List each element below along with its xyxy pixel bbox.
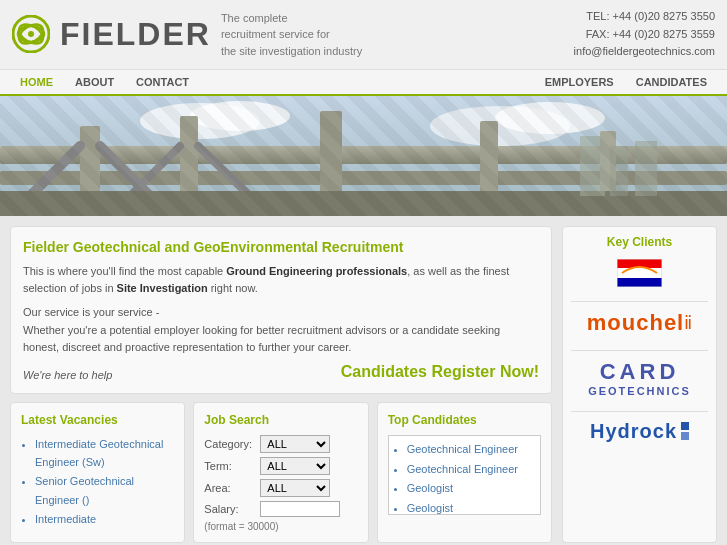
vacancy-list: Intermediate Geotechnical Engineer (Sw) …	[21, 435, 174, 528]
cta-row: We're here to help Candidates Register N…	[23, 363, 539, 381]
nav-candidates[interactable]: CANDIDATES	[626, 70, 717, 94]
client-divider-2	[571, 350, 708, 351]
nav-contact[interactable]: CONTACT	[126, 70, 199, 94]
area-label: Area:	[204, 482, 256, 494]
svg-point-4	[28, 31, 34, 37]
job-search-box: Job Search Category: ALL Term: ALL Area:	[193, 402, 368, 543]
client-divider-1	[571, 301, 708, 302]
hero-image	[0, 96, 727, 216]
sidebar: Key Clients mouchelⅱ CARD GEOTECHNICS	[562, 226, 717, 543]
logo-tagline: The complete recruitment service for the…	[221, 10, 362, 60]
client-card-geo[interactable]: CARD GEOTECHNICS	[571, 359, 708, 397]
client-hydrock[interactable]: Hydrock	[571, 420, 708, 443]
vacancies-title: Latest Vacancies	[21, 413, 174, 427]
email-text: info@fieldergeotechnics.com	[574, 43, 715, 61]
fax-text: FAX: +44 (0)20 8275 3559	[574, 26, 715, 44]
navigation: HOME ABOUT CONTACT EMPLOYERS CANDIDATES	[0, 70, 727, 96]
intro-text: This is where you'll find the most capab…	[23, 263, 539, 298]
nav-left: HOME ABOUT CONTACT	[10, 70, 199, 94]
content-left: Fielder Geotechnical and GeoEnvironmenta…	[10, 226, 552, 543]
mouchel-ii: ⅱ	[684, 312, 692, 334]
main-content: Fielder Geotechnical and GeoEnvironmenta…	[0, 216, 727, 545]
intro-para2: Our service is your service - Whether yo…	[23, 304, 539, 357]
vacancy-item[interactable]: Intermediate Geotechnical Engineer (Sw)	[35, 435, 174, 472]
candidate-scroll[interactable]: Geotechnical Engineer Geotechnical Engin…	[388, 435, 541, 515]
fielder-logo-icon	[12, 15, 50, 53]
term-select[interactable]: ALL	[260, 457, 330, 475]
search-row-term: Term: ALL	[204, 457, 357, 475]
sidebar-title: Key Clients	[571, 235, 708, 249]
salary-label: Salary:	[204, 503, 256, 515]
nav-about[interactable]: ABOUT	[65, 70, 124, 94]
hydrock-icon	[681, 422, 689, 440]
client-mouchel[interactable]: mouchelⅱ	[571, 310, 708, 336]
nav-home[interactable]: HOME	[10, 70, 63, 94]
candidate-item[interactable]: Geotechnical Engineer	[407, 460, 536, 480]
salary-hint: (format = 30000)	[204, 521, 357, 532]
top-candidates-box: Top Candidates Geotechnical Engineer Geo…	[377, 402, 552, 543]
term-label: Term:	[204, 460, 256, 472]
search-row-area: Area: ALL	[204, 479, 357, 497]
salary-input[interactable]	[260, 501, 340, 517]
we-here-text: We're here to help	[23, 369, 112, 381]
mouchel-text: mouchel	[587, 310, 684, 336]
flag-icon	[617, 259, 662, 287]
candidate-list: Geotechnical Engineer Geotechnical Engin…	[393, 440, 536, 515]
vacancy-item[interactable]: Senior Geotechnical Engineer ()	[35, 472, 174, 509]
bottom-row: Latest Vacancies Intermediate Geotechnic…	[10, 402, 552, 543]
logo-text: FIELDER	[60, 16, 211, 53]
hero-overlay	[0, 96, 727, 216]
card-geo-bottom: GEOTECHNICS	[588, 385, 691, 397]
header: FIELDER The complete recruitment service…	[0, 0, 727, 70]
logo-area: FIELDER The complete recruitment service…	[12, 10, 362, 60]
client-divider-3	[571, 411, 708, 412]
register-cta[interactable]: Candidates Register Now!	[341, 363, 539, 381]
tel-text: TEL: +44 (0)20 8275 3550	[574, 8, 715, 26]
hydrock-text: Hydrock	[590, 420, 677, 443]
nav-employers[interactable]: EMPLOYERS	[535, 70, 624, 94]
search-row-category: Category: ALL	[204, 435, 357, 453]
latest-vacancies-box: Latest Vacancies Intermediate Geotechnic…	[10, 402, 185, 543]
intro-title: Fielder Geotechnical and GeoEnvironmenta…	[23, 239, 539, 255]
svg-rect-27	[617, 278, 662, 287]
job-search-title: Job Search	[204, 413, 357, 427]
category-select[interactable]: ALL	[260, 435, 330, 453]
area-select[interactable]: ALL	[260, 479, 330, 497]
search-row-salary: Salary:	[204, 501, 357, 517]
candidate-item[interactable]: Geologist	[407, 499, 536, 515]
intro-box: Fielder Geotechnical and GeoEnvironmenta…	[10, 226, 552, 394]
category-label: Category:	[204, 438, 256, 450]
vacancy-item[interactable]: Intermediate	[35, 510, 174, 529]
nav-right: EMPLOYERS CANDIDATES	[535, 70, 717, 94]
top-candidates-title: Top Candidates	[388, 413, 541, 427]
candidate-item[interactable]: Geologist	[407, 479, 536, 499]
candidate-item[interactable]: Geotechnical Engineer	[407, 440, 536, 460]
card-geo-top: CARD	[600, 359, 680, 385]
client-flag	[571, 259, 708, 287]
contact-info: TEL: +44 (0)20 8275 3550 FAX: +44 (0)20 …	[574, 8, 715, 61]
